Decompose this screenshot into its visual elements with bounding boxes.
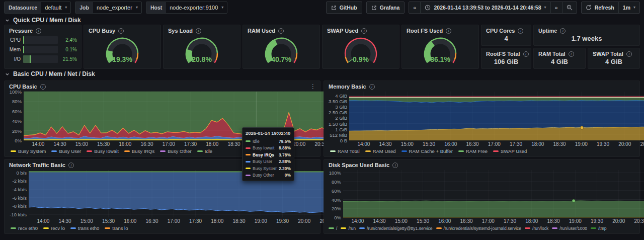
legend-label: /run/credentials/getty@tty1.service <box>367 226 433 231</box>
legend-item[interactable]: Busy Other <box>160 148 192 154</box>
legend-item[interactable]: RAM Total <box>330 148 360 154</box>
x-tick-label: 17:30 <box>502 218 519 224</box>
y-tick-label: 40% <box>332 197 341 203</box>
info-icon[interactable]: i <box>518 28 523 34</box>
datasource-picker[interactable]: Datasource default▾ <box>4 2 71 14</box>
info-icon[interactable]: i <box>569 51 574 57</box>
legend-item[interactable]: SWAP Used <box>493 148 527 154</box>
row-header-basic[interactable]: Basic CPU / Mem / Net / Disk <box>0 69 644 78</box>
legend-item[interactable]: Busy System <box>11 148 46 154</box>
x-tick-label: 17:30 <box>508 141 525 147</box>
x-axis: 14:0014:3015:0015:3016:0016:3017:0017:30… <box>324 140 639 148</box>
time-shift-back-button[interactable]: « <box>409 2 420 13</box>
legend-item[interactable]: Busy Iowait <box>87 148 119 154</box>
clock-icon <box>425 5 431 11</box>
y-tick-label: 2.50 GiB <box>329 110 347 115</box>
legend-item[interactable]: /run/credentials/getty@tty1.service <box>359 226 433 231</box>
time-shift-forward-button[interactable]: » <box>550 2 562 13</box>
github-button[interactable]: GitHub <box>326 2 362 14</box>
legend-item[interactable]: Idle <box>197 148 212 154</box>
legend-label: Busy User <box>59 148 81 154</box>
legend-swatch <box>401 150 407 152</box>
legend-item[interactable]: trans eth0 <box>70 225 99 231</box>
y-tick-label: 100% <box>329 170 341 176</box>
grafana-button[interactable]: Grafana <box>366 2 405 14</box>
pressure-panel: Pressure i CPU 2.4%Mem 0.1%I/O 21.5% <box>4 25 82 69</box>
x-tick-label: 18:00 <box>204 141 221 147</box>
info-icon[interactable]: i <box>392 163 398 168</box>
info-icon[interactable]: i <box>560 28 566 34</box>
pressure-label: Mem <box>8 47 21 52</box>
chevron-down-icon: ▾ <box>221 6 223 10</box>
legend-swatch <box>197 150 203 152</box>
legend-label: Idle <box>205 148 212 154</box>
chevron-down-icon: ▾ <box>65 6 67 10</box>
info-icon[interactable]: i <box>68 163 74 168</box>
legend-item[interactable]: trans lo <box>105 225 128 231</box>
info-icon[interactable]: i <box>118 28 124 34</box>
stat-panel-swap-total: SWAP Totali 4 GiB <box>588 48 640 69</box>
legend-item[interactable]: Busy IRQs <box>124 148 154 154</box>
info-icon[interactable]: i <box>36 28 41 34</box>
legend-item[interactable]: / <box>329 226 337 231</box>
legend-swatch <box>458 150 464 152</box>
gauge-swap-used: 0.9% <box>323 35 399 68</box>
zoom-out-time-button[interactable] <box>562 2 577 13</box>
job-picker[interactable]: Job node_exporter▾ <box>75 2 142 14</box>
x-tick-label: 16:00 <box>117 141 134 147</box>
info-icon[interactable]: i <box>196 28 201 34</box>
tooltip-series-value: 8.88% <box>279 145 291 150</box>
x-tick-label: 18:30 <box>225 141 243 147</box>
x-tick-label: 20:00 <box>610 218 627 224</box>
y-tick-label: 0% <box>15 138 22 143</box>
y-tick-label: -4 kb/s <box>12 187 27 192</box>
legend-item[interactable]: /run/credentials/systemd-journald.servic… <box>436 226 521 231</box>
panel-title: RAM Used <box>248 28 275 34</box>
gauge-panel-swap-used: SWAP Usedi 0.9% <box>322 25 399 69</box>
legend-item[interactable]: RAM Used <box>365 148 396 154</box>
info-icon[interactable]: i <box>523 51 529 57</box>
legend-label: Busy Other <box>168 148 192 154</box>
svg-text:40.7%: 40.7% <box>271 55 291 63</box>
legend-item[interactable]: RAM Cache + Buffer <box>401 148 453 154</box>
legend-item[interactable]: recv lo <box>43 225 65 231</box>
info-icon[interactable]: i <box>369 84 375 90</box>
datasource-label: Datasource <box>5 2 41 13</box>
info-icon[interactable]: i <box>446 28 451 34</box>
gauge-cpu-busy: 19.3% <box>84 35 160 68</box>
info-icon[interactable]: i <box>40 84 46 90</box>
memory-basic-panel: Memory Basic i 4 GiB3.50 GiB3 GiB2.50 Gi… <box>324 81 640 157</box>
tooltip-series-value: 2.20% <box>279 166 291 171</box>
legend-item[interactable]: RAM Free <box>458 148 488 154</box>
gauge-ram-used: 40.7% <box>243 35 319 68</box>
chevron-down-icon: ▾ <box>633 6 635 10</box>
legend-item[interactable]: /run/lock <box>525 226 548 231</box>
disk-space-used-basic-plot <box>343 170 635 217</box>
legend-item[interactable]: recv eth0 <box>11 225 38 231</box>
y-tick-label: 0% <box>334 215 341 220</box>
legend-item[interactable]: /tmp <box>591 226 607 231</box>
legend-item[interactable]: Busy User <box>51 148 81 154</box>
time-range-button[interactable]: 2026-01-14 13:39:53 to 2026-01-14 20:46:… <box>420 2 550 13</box>
legend-item[interactable]: /run/user/1000 <box>552 226 587 231</box>
x-tick-label: 17:00 <box>160 141 177 147</box>
info-icon[interactable]: i <box>278 28 284 34</box>
refresh-button[interactable]: Refresh <box>582 2 618 13</box>
tooltip-series-value: 0% <box>285 173 291 178</box>
pressure-label: I/O <box>8 56 21 62</box>
panel-title: CPU Busy <box>89 28 115 34</box>
row-header-quick[interactable]: Quick CPU / Mem / Disk <box>0 15 644 25</box>
tooltip-row: Busy System 2.20% <box>246 165 291 172</box>
legend-item[interactable]: /run <box>341 226 356 231</box>
tooltip-series-value: 79.5% <box>279 139 291 144</box>
info-icon[interactable]: i <box>626 51 632 57</box>
row-title-basic: Basic CPU / Mem / Net / Disk <box>13 70 95 77</box>
info-icon[interactable]: i <box>361 28 367 34</box>
legend-label: recv eth0 <box>18 225 38 231</box>
legend-label: trans lo <box>112 225 128 231</box>
legend-label: /run/user/1000 <box>559 226 587 231</box>
host-picker[interactable]: Host node-exporter:9100▾ <box>146 2 227 14</box>
panel-menu-icon[interactable]: ⋮ <box>308 83 317 90</box>
panel-title: RAM Total <box>538 51 566 57</box>
refresh-interval-dropdown[interactable]: 1m ▾ <box>618 2 639 13</box>
